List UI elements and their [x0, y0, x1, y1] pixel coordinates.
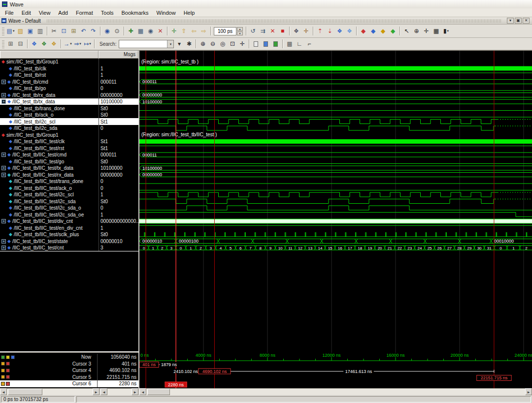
expand-toggle[interactable]: +: [1, 93, 6, 97]
name-column-header[interactable]: [0, 51, 99, 59]
lock-icon[interactable]: [1, 382, 5, 386]
wave-icon[interactable]: [1, 355, 5, 359]
names-scroll-track[interactable]: [7, 388, 93, 395]
cursor-6-row[interactable]: Cursor 62280 ns: [0, 380, 138, 387]
signal-row[interactable]: ◆/IIC_test_tb/ack_oSt0: [0, 112, 138, 119]
zoom-tool-button[interactable]: [261, 39, 270, 49]
signal-row[interactable]: +◆/IIC_test_tb/IIC_test/cnt3: [0, 245, 138, 251]
measure-tool-button[interactable]: [271, 39, 280, 49]
signal-row[interactable]: ◆/IIC_test_tb/IIC_test/en_div_cnt1: [0, 224, 138, 231]
signal-row[interactable]: ◆/IIC_test_tb/IIC_test/ack_o0: [0, 185, 138, 191]
zoom-cursor-button[interactable]: ✛: [237, 39, 247, 49]
signal-row[interactable]: ◆/IIC_test_tb/IIC_test/i2c_scl1: [0, 191, 138, 198]
close-button[interactable]: ✕: [523, 18, 530, 24]
timeline-and-cursors-canvas[interactable]: 0 ns4000 ns8000 ns12000 ns16000 ns20000 …: [139, 353, 532, 388]
expand-toggle[interactable]: +: [1, 80, 6, 84]
scroll-left-icon[interactable]: ◀: [139, 388, 146, 395]
prev-edge-button[interactable]: ⇡: [315, 27, 325, 36]
copy-button[interactable]: ⊡: [59, 27, 68, 36]
collapse-all-button[interactable]: ⊟: [16, 39, 25, 49]
signal-row[interactable]: +◆/IIC_test_tb/IIC_test/cmd000011: [0, 152, 138, 158]
expand-all-button[interactable]: ⊞: [6, 39, 15, 49]
menu-window[interactable]: Window: [153, 9, 180, 17]
grid-button[interactable]: ▦: [136, 27, 145, 36]
search-input[interactable]: [119, 41, 167, 47]
zoom-in-button[interactable]: ⊕: [198, 39, 207, 49]
group-row[interactable]: ◆sim:/IIC_test_tb/Group1: [0, 59, 138, 65]
expand-toggle[interactable]: +: [1, 173, 6, 177]
names-scrollbar[interactable]: ◀ ▶: [0, 388, 100, 395]
dock-button[interactable]: ▾: [507, 18, 514, 24]
zoom-full-button[interactable]: ◎: [218, 39, 227, 49]
delete-cursor-button[interactable]: ◆: [368, 27, 378, 36]
cursor-5-row[interactable]: Cursor 522151.715 ns: [0, 374, 138, 381]
lock-all-icon[interactable]: [6, 355, 10, 359]
signal-row[interactable]: ◆/IIC_test_tb/go0: [0, 85, 138, 92]
expand-toggle[interactable]: +: [1, 246, 6, 250]
examine-button[interactable]: ❖: [292, 27, 301, 36]
cursor-marker-icon[interactable]: [6, 375, 10, 379]
signal-row[interactable]: +◆/IIC_test_tb/rx_data00000000: [0, 92, 138, 98]
search-down-button[interactable]: ▾: [174, 39, 184, 49]
prev-event-button[interactable]: ⇦: [189, 27, 199, 36]
next-edge-button[interactable]: ⇣: [325, 27, 334, 36]
menu-view[interactable]: View: [35, 9, 55, 17]
lock-icon[interactable]: [1, 375, 5, 379]
waveform-canvas[interactable]: (Region: sim:/IIC_test_tb )0000110000000…: [139, 51, 532, 353]
lock-icon[interactable]: [1, 362, 5, 366]
values-scrollbar[interactable]: ◀ ▶: [100, 388, 138, 395]
cursor-marker-icon[interactable]: [6, 382, 10, 386]
new-wave-button[interactable]: ▤▾: [6, 27, 15, 36]
expand-toggle[interactable]: +: [1, 166, 6, 170]
signal-row[interactable]: ◆/IIC_test_tb/rst1: [0, 72, 138, 79]
menu-bookmarks[interactable]: Bookmarks: [117, 9, 152, 17]
edit-mode-button[interactable]: ▦: [432, 27, 441, 36]
signal-row[interactable]: ◆/IIC_test_tb/trans_doneSt0: [0, 105, 138, 112]
next-event-button[interactable]: ⇨: [199, 27, 208, 36]
signal-row[interactable]: ◆/IIC_test_tb/i2c_sclSt1: [0, 118, 138, 125]
menu-file[interactable]: File: [1, 9, 18, 17]
print-button[interactable]: ▥: [35, 27, 45, 36]
menu-tools[interactable]: Tools: [97, 9, 118, 17]
signal-row[interactable]: ◆/IIC_test_tb/IIC_test/i2c_sda_o0: [0, 205, 138, 212]
add-cursor-icon[interactable]: [11, 355, 15, 359]
pattern-search-button[interactable]: ▩: [285, 39, 294, 49]
signal-row[interactable]: ◆/IIC_test_tb/IIC_test/sclk_plusSt0: [0, 231, 138, 238]
find-button[interactable]: ⊙: [112, 27, 122, 36]
group-row[interactable]: ◆sim:/IIC_test_tb/Group1: [0, 131, 138, 138]
prev-transition-button[interactable]: ∟: [295, 39, 304, 49]
signal-row[interactable]: ◆/IIC_test_tb/IIC_test/goSt0: [0, 158, 138, 165]
paste-button[interactable]: ⊞: [69, 27, 78, 36]
signal-row[interactable]: +◆/IIC_test_tb/tx_data10100000: [0, 98, 138, 105]
scroll-right-icon[interactable]: ▶: [132, 388, 138, 395]
wave-scroll-thumb[interactable]: [147, 389, 170, 395]
add-cursor-button[interactable]: ✚: [126, 27, 135, 36]
pan-mode-button[interactable]: ✛: [422, 27, 431, 36]
wave-scrollbar[interactable]: ◀ ▶: [139, 388, 532, 395]
menu-add[interactable]: Add: [54, 9, 72, 17]
find-signal-button[interactable]: ◉: [146, 27, 155, 36]
wave-row[interactable]: [139, 66, 532, 71]
dropdown-arrow-icon[interactable]: ▾: [89, 42, 91, 46]
pane-drag-grip[interactable]: [47, 19, 501, 23]
cursor-4-row[interactable]: Cursor 44690.102 ns: [0, 367, 138, 374]
cut-button[interactable]: ✂: [49, 27, 59, 36]
add-selected-button[interactable]: ❖: [30, 39, 39, 49]
toolbar-grip[interactable]: [2, 27, 4, 35]
redo-button[interactable]: ↷: [89, 27, 98, 36]
wave-region-label[interactable]: (Region: sim:/IIC_test_tb ): [141, 59, 199, 64]
scroll-left-icon[interactable]: ◀: [100, 388, 107, 395]
time-field[interactable]: [214, 27, 236, 35]
timeline-mode-button[interactable]: ▮▾: [441, 27, 451, 36]
save-button[interactable]: ▣: [26, 27, 35, 36]
signal-row[interactable]: +◆/IIC_test_tb/IIC_test/state00000010: [0, 238, 138, 245]
collapse-time-button[interactable]: ❖: [345, 27, 354, 36]
wave-row[interactable]: [139, 139, 532, 144]
scroll-right-icon[interactable]: ▶: [93, 388, 100, 395]
run-button[interactable]: ⇉: [258, 27, 267, 36]
stop-button[interactable]: ■: [278, 27, 287, 36]
signal-row[interactable]: +◆/IIC_test_tb/IIC_test/rx_data00000000: [0, 171, 138, 178]
add-all-button[interactable]: ❖: [49, 39, 59, 49]
time-spin-down-icon[interactable]: ▼: [237, 31, 243, 35]
reload-button[interactable]: ◉: [102, 27, 112, 36]
